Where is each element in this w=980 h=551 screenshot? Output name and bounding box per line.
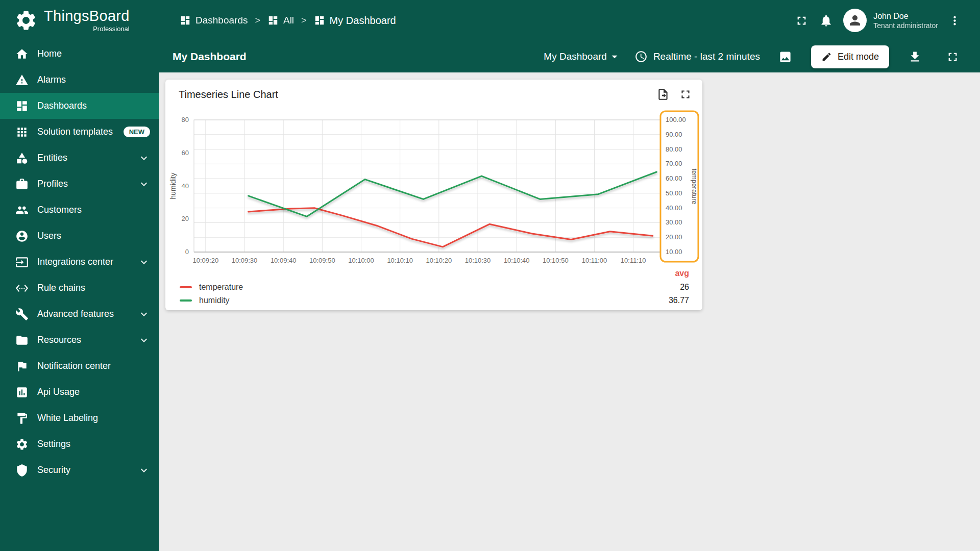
sidebar-item-settings[interactable]: Settings (0, 431, 159, 457)
clock-icon (634, 50, 648, 63)
sidebar-nav: Home Alarms Dashboards Solution template… (0, 41, 159, 551)
sidebar-item-label: Users (37, 231, 61, 241)
sidebar-item-customers[interactable]: Customers (0, 197, 159, 223)
legend-label-humidity[interactable]: humidity (199, 296, 230, 305)
svg-text:50.00: 50.00 (666, 189, 682, 197)
edit-mode-label: Edit mode (838, 52, 879, 62)
dropdown-caret-icon (608, 50, 621, 63)
svg-text:10:10:40: 10:10:40 (504, 257, 530, 264)
sidebar-item-entities[interactable]: Entities (0, 145, 159, 171)
svg-text:70.00: 70.00 (666, 160, 682, 167)
fullscreen-button[interactable] (789, 8, 814, 33)
series-line-temperature[interactable] (249, 208, 653, 247)
sidebar-item-security[interactable]: Security (0, 457, 159, 483)
x-axis-ticks: 10:09:2010:09:3010:09:4010:09:5010:10:00… (193, 257, 646, 264)
user-name: John Doe (873, 11, 938, 22)
download-button[interactable] (902, 44, 927, 69)
svg-text:10:10:10: 10:10:10 (387, 257, 413, 264)
legend-item-temperature: temperature26 (180, 281, 689, 294)
sidebar-item-label: Security (37, 465, 70, 475)
svg-text:10:10:30: 10:10:30 (465, 257, 491, 264)
chevron-down-icon (138, 178, 150, 190)
sidebar-item-alarms[interactable]: Alarms (0, 67, 159, 93)
sidebar-item-label: Profiles (37, 179, 68, 189)
legend-dash-temperature (180, 286, 192, 288)
dashboard-toolbar: My Dashboard My Dashboard Realtime - las… (159, 41, 980, 72)
thingsboard-gear-icon (14, 9, 38, 32)
people-icon (15, 204, 29, 217)
sidebar-item-advanced-features[interactable]: Advanced features (0, 301, 159, 327)
dashboard-content: Timeseries Line Chart 02040608010:09:201… (159, 72, 980, 551)
user-menu[interactable]: John Doe Tenant administrator (843, 9, 938, 32)
top-header: Dashboards > All > My Dashboard John Doe… (159, 0, 980, 41)
svg-text:10:11:00: 10:11:00 (582, 257, 607, 264)
sidebar-item-label: Customers (37, 205, 82, 215)
widget-fullscreen-icon[interactable] (679, 88, 692, 101)
user-role: Tenant administrator (873, 21, 938, 30)
sidebar-item-label: White Labeling (37, 413, 98, 423)
sidebar-item-profiles[interactable]: Profiles (0, 171, 159, 197)
export-widget-data-icon[interactable] (656, 88, 670, 101)
left-axis-ticks: 020406080 (182, 116, 189, 256)
legend-avg-value-temperature: 26 (680, 283, 689, 292)
more-vertical-button[interactable] (942, 8, 967, 33)
svg-text:0: 0 (185, 248, 189, 256)
right-axis-label: temperature (691, 168, 698, 204)
sidebar-item-label: Solution templates (37, 127, 113, 137)
right-axis-highlight[interactable]: 100.0090.0080.0070.0060.0050.0040.0030.0… (660, 111, 698, 262)
sidebar-item-users[interactable]: Users (0, 223, 159, 249)
legend-dash-humidity (180, 299, 192, 302)
dashboard-image-button[interactable] (773, 44, 798, 69)
svg-text:10:10:50: 10:10:50 (543, 257, 569, 264)
svg-text:100.00: 100.00 (666, 116, 686, 123)
svg-text:10:10:20: 10:10:20 (426, 257, 452, 264)
svg-text:10:11:10: 10:11:10 (621, 257, 646, 264)
breadcrumb-item-dashboards[interactable]: Dashboards (180, 15, 248, 26)
svg-text:10:09:50: 10:09:50 (309, 257, 335, 264)
sidebar-item-integrations-center[interactable]: Integrations center (0, 249, 159, 275)
sidebar-item-api-usage[interactable]: Api Usage (0, 379, 159, 405)
widget-legend: avgtemperature26humidity36.77 (180, 269, 689, 307)
chevron-down-icon (138, 334, 150, 346)
fullscreen-dashboard-button[interactable] (940, 44, 965, 69)
sidebar-item-notification-center[interactable]: Notification center (0, 353, 159, 379)
edit-mode-button[interactable]: Edit mode (811, 45, 889, 68)
flag-icon (15, 360, 29, 373)
paint-icon (15, 412, 29, 425)
sidebar-item-rule-chains[interactable]: Rule chains (0, 275, 159, 301)
dashboard-select[interactable]: My Dashboard (544, 50, 621, 63)
home-icon (15, 47, 29, 61)
widget-card: Timeseries Line Chart 02040608010:09:201… (165, 80, 702, 310)
sidebar-item-resources[interactable]: Resources (0, 327, 159, 353)
svg-text:10:10:00: 10:10:00 (348, 257, 374, 264)
sidebar-item-solution-templates[interactable]: Solution templates NEW (0, 119, 159, 145)
svg-text:80: 80 (182, 116, 189, 123)
sidebar-item-white-labeling[interactable]: White Labeling (0, 405, 159, 431)
notifications-bell-button[interactable] (814, 8, 838, 33)
thingsboard-logo[interactable]: ThingsBoard Professional (0, 0, 159, 41)
breadcrumb-item-my-dashboard[interactable]: My Dashboard (314, 15, 396, 27)
dashboards-icon (15, 99, 29, 113)
sidebar-item-label: Notification center (37, 361, 111, 371)
left-axis-label: humidity (169, 172, 177, 199)
entities-icon (15, 152, 29, 165)
rule-chain-icon (15, 282, 29, 295)
svg-text:60: 60 (182, 149, 189, 157)
svg-text:10.00: 10.00 (666, 248, 682, 256)
sidebar-item-home[interactable]: Home (0, 41, 159, 67)
sidebar-item-label: Dashboards (37, 101, 87, 111)
breadcrumb-separator: > (301, 15, 307, 26)
legend-label-temperature[interactable]: temperature (199, 283, 243, 292)
chevron-down-icon (138, 152, 150, 164)
time-window-button[interactable]: Realtime - last 2 minutes (634, 50, 760, 63)
sidebar-item-dashboards[interactable]: Dashboards (0, 93, 159, 119)
dashboards-icon (180, 15, 191, 26)
plot-border (194, 120, 660, 252)
svg-text:80.00: 80.00 (666, 145, 682, 153)
breadcrumb-item-all[interactable]: All (267, 15, 294, 26)
widget-title: Timeseries Line Chart (179, 89, 656, 101)
sidebar-item-label: Resources (37, 335, 81, 345)
sidebar-item-label: Api Usage (37, 387, 80, 397)
svg-text:20: 20 (182, 215, 189, 222)
svg-text:10:09:30: 10:09:30 (232, 257, 258, 264)
